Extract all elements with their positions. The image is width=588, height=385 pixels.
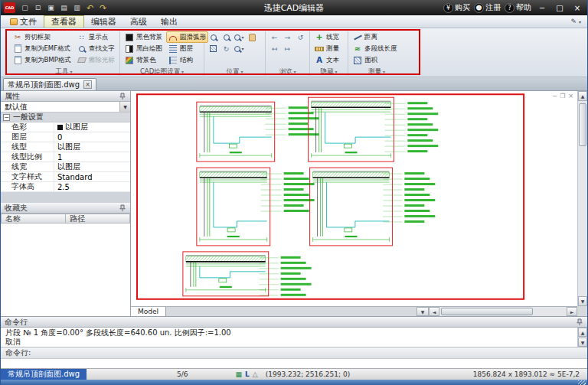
maximize-button[interactable]: □: [553, 2, 567, 13]
favorites-column-name[interactable]: 名称: [1, 214, 66, 223]
favorites-list[interactable]: [1, 223, 130, 316]
area-button[interactable]: 面积: [351, 54, 400, 66]
tab-close-icon[interactable]: ×: [83, 80, 92, 89]
default-value-dropdown[interactable]: 默认值 ▼: [1, 102, 130, 113]
pin-icon[interactable]: [119, 93, 126, 100]
resize-grip[interactable]: [578, 380, 586, 385]
menu-tab-advanced[interactable]: 高级: [123, 15, 154, 28]
child-close-icon[interactable]: ×: [568, 93, 573, 100]
zoom-out-button[interactable]: [220, 31, 233, 43]
background-color-button[interactable]: 背景色: [122, 54, 165, 66]
erase-cursor-button[interactable]: 擦除光标: [75, 54, 117, 66]
snap-icon[interactable]: ▦: [236, 370, 243, 378]
open-file-icon[interactable]: ⊡: [32, 2, 44, 13]
command-input[interactable]: [1, 358, 587, 368]
pin-icon[interactable]: [576, 318, 583, 326]
status-file-tab[interactable]: 常规吊顶剖面图.dwg: [1, 369, 87, 380]
bw-drawing-button[interactable]: 黑白绘图: [122, 43, 165, 54]
forward-button[interactable]: →: [281, 31, 294, 43]
vertical-scrollbar[interactable]: ▲ ▼: [577, 91, 587, 306]
find-text-button[interactable]: 查找文字: [75, 43, 117, 54]
menu-tab-file[interactable]: 文件: [3, 15, 44, 28]
cut-frame-button[interactable]: ✂剪切框架: [11, 31, 74, 43]
undo-icon[interactable]: ↶: [84, 2, 96, 13]
vertical-scroll-thumb[interactable]: [579, 103, 586, 146]
horizontal-scrollbar[interactable]: [439, 307, 567, 316]
sheet-tab-bar: Model ▼ ◄ ►: [131, 306, 577, 316]
ortho-icon[interactable]: L: [245, 370, 250, 378]
chevron-down-icon[interactable]: ▾: [579, 19, 581, 24]
zoom-window-button[interactable]: [207, 31, 220, 43]
quick-access-toolbar: ▢ ⊡ ▣ ▤ ▥ ↶ ↷: [19, 2, 109, 13]
text-toggle-button[interactable]: A文本: [312, 54, 341, 66]
zoom-menu-button[interactable]: ▾: [233, 31, 246, 43]
scroll-down-icon[interactable]: ▼: [578, 338, 587, 347]
save-as-icon[interactable]: ▤: [58, 2, 70, 13]
layers-button[interactable]: 图层: [166, 43, 208, 54]
copy-emf-button[interactable]: 复制为EMF格式: [11, 43, 74, 54]
arrow-right-icon: →: [285, 34, 291, 41]
last-page-button[interactable]: ↦: [281, 43, 294, 54]
redo-icon[interactable]: ↷: [97, 2, 109, 13]
structure-icon: [169, 57, 177, 64]
chevron-down-icon[interactable]: ▼: [119, 102, 130, 112]
help-button[interactable]: ? 帮助: [505, 2, 531, 13]
menu-tab-editor[interactable]: 编辑器: [84, 15, 123, 28]
black-background-button[interactable]: 黑色背景: [122, 31, 165, 43]
scroll-up-icon[interactable]: ▲: [578, 91, 587, 101]
scroll-right-icon[interactable]: ►: [567, 307, 577, 316]
sheet-list-dropdown[interactable]: ▼: [416, 307, 429, 316]
document-tab[interactable]: 常规吊顶剖面图.dwg ×: [3, 78, 96, 90]
drawing-viewport: ─ ❐ × ▲ ▼ Model: [131, 91, 587, 316]
panel-splitter[interactable]: [1, 192, 130, 203]
smooth-arc-button[interactable]: 圆滑弧形: [166, 31, 208, 43]
scroll-left-icon[interactable]: ◄: [429, 307, 439, 316]
register-button[interactable]: ☻ 注册: [474, 2, 501, 13]
close-button[interactable]: ×: [570, 2, 584, 13]
show-points-button[interactable]: ∷显示点: [75, 31, 117, 43]
scroll-up-icon[interactable]: ▲: [578, 328, 587, 337]
command-scrollbar[interactable]: ▲ ▼: [577, 328, 587, 347]
status-bar: 常规吊顶剖面图.dwg 5/6 ▦ L △ (1993.232; 2516.25…: [1, 368, 587, 380]
buy-button[interactable]: ¥ 购买: [443, 2, 470, 13]
pin-icon[interactable]: [119, 204, 126, 212]
copy-bmp-button[interactable]: 复制为BMP格式: [11, 54, 74, 66]
model-tab[interactable]: Model: [131, 307, 166, 316]
child-restore-icon[interactable]: ❐: [560, 93, 565, 100]
menu-tab-viewer[interactable]: 查看器: [44, 15, 84, 28]
ribbon-group-position: ▾ ↻ ▾ 位置: [204, 31, 266, 76]
measure-toggle-button[interactable]: 测量: [312, 43, 341, 54]
new-file-icon[interactable]: ▢: [19, 2, 31, 13]
titlebar: CAD ▢ ⊡ ▣ ▤ ▥ ↶ ↷ 迅捷CAD编辑器 ¥ 购买 ☻ 注册 ? 帮…: [1, 0, 587, 15]
menubar: 文件 查看器 编辑器 高级 输出 ✎ ▾: [1, 15, 587, 28]
print-icon[interactable]: ▥: [71, 2, 83, 13]
zoom-icon: [234, 34, 240, 41]
distance-button[interactable]: 距离: [351, 31, 400, 43]
property-row: 字体高2.5: [1, 182, 130, 192]
style-icon[interactable]: ✎: [570, 18, 577, 25]
polyline-icon: ≈: [353, 44, 362, 54]
structure-button[interactable]: 结构: [166, 54, 208, 66]
minimize-button[interactable]: ─: [535, 2, 549, 13]
menu-tab-output[interactable]: 输出: [154, 15, 185, 28]
prev-view-button[interactable]: ↺: [294, 31, 307, 43]
regen-button[interactable]: ↻: [220, 43, 233, 54]
polyline-length-button[interactable]: ≈多段线长度: [351, 43, 400, 54]
undo-view-icon: ↺: [298, 34, 304, 41]
lineweight-button[interactable]: +线宽: [312, 31, 341, 43]
zoom-scale-button[interactable]: ▾: [233, 43, 246, 54]
cad-drawing[interactable]: [131, 91, 577, 306]
pan-button[interactable]: [246, 31, 259, 43]
back-button[interactable]: ←: [268, 31, 281, 43]
horizontal-scroll-thumb[interactable]: [441, 308, 533, 315]
child-minimize-icon[interactable]: ─: [553, 93, 557, 100]
zoom-extents-button[interactable]: [207, 43, 220, 54]
save-icon[interactable]: ▣: [45, 2, 57, 13]
page-last-icon: ↦: [285, 45, 291, 53]
angle-icon[interactable]: △: [253, 370, 258, 378]
arrow-left-icon: ←: [272, 34, 278, 41]
scroll-down-icon[interactable]: ▼: [578, 296, 587, 306]
favorites-column-path[interactable]: 路径: [66, 214, 130, 223]
first-page-button[interactable]: ↤: [268, 43, 281, 54]
collapse-icon[interactable]: −: [3, 114, 10, 121]
